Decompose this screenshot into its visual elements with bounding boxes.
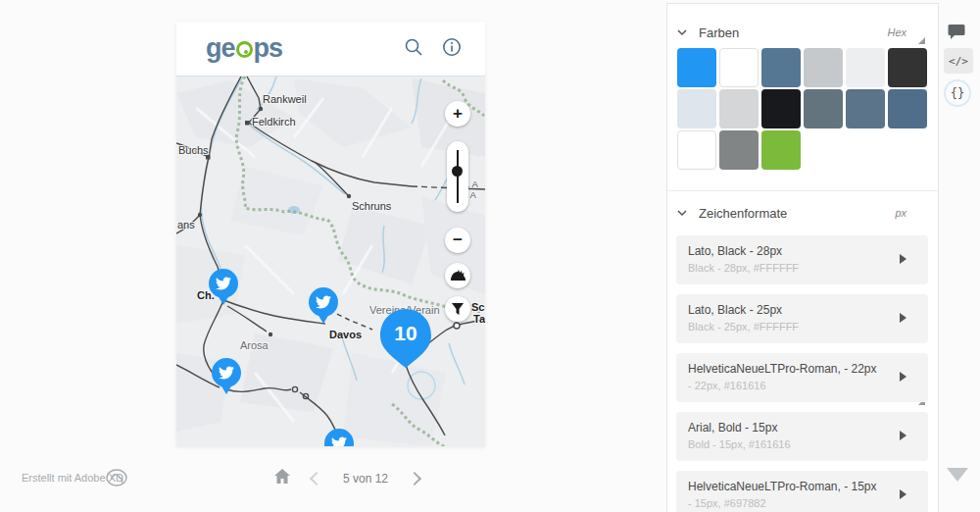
color-swatch[interactable] [719, 48, 759, 87]
style-subtitle: - 15px, #697882 [688, 497, 766, 509]
styles-unit-label[interactable]: px [895, 207, 906, 219]
color-swatch[interactable] [761, 48, 801, 87]
expand-arrow-icon[interactable] [900, 372, 906, 382]
twitter-marker[interactable] [209, 269, 238, 308]
color-swatch[interactable] [888, 89, 927, 128]
creative-cloud-icon [106, 469, 127, 490]
map-label-buchs: Buchs [178, 144, 209, 156]
geops-logo: geps [206, 35, 282, 62]
cluster-count: 10 [378, 322, 433, 345]
zoom-slider[interactable] [447, 141, 468, 212]
map-label-ans: ans [177, 219, 195, 230]
map-label-scuol-line2: Tar [473, 313, 485, 325]
style-title: Arial, Bold - 15px [688, 421, 777, 435]
zoom-out-button[interactable]: − [445, 228, 470, 253]
styles-section-header[interactable]: Zeichenformate px [667, 198, 940, 228]
section-divider [667, 190, 938, 191]
spec-panel: Farben Hex Zeichenformate px Lato, Black… [666, 3, 939, 512]
design-artboard: geps [176, 22, 485, 446]
color-swatch[interactable] [677, 130, 716, 170]
terminus-dot [454, 323, 460, 329]
style-title: Lato, Black - 25px [688, 303, 782, 317]
character-style-card[interactable]: Arial, Bold - 15pxBold - 15px, #161616 [676, 412, 928, 461]
style-subtitle: Black - 28px, #FFFFFF [688, 262, 799, 274]
color-swatch[interactable] [719, 130, 759, 170]
logo-o-icon [236, 41, 253, 58]
chevron-down-icon [677, 208, 687, 218]
colors-section-header[interactable]: Farben Hex [667, 18, 940, 47]
character-style-card[interactable]: HelveticaNeueLTPro-Roman, - 22px- 22px, … [676, 353, 928, 402]
color-swatch[interactable] [804, 48, 843, 87]
styles-section-title: Zeichenformate [699, 206, 787, 221]
chevron-down-icon [677, 27, 687, 37]
artboard-pager: 5 von 12 [274, 469, 419, 487]
map-label-scuol-line1: Scu [471, 301, 485, 313]
color-swatch[interactable] [761, 89, 801, 128]
style-title: Lato, Black - 28px [688, 244, 782, 258]
twitter-marker[interactable] [212, 358, 241, 397]
style-title: HelveticaNeueLTPro-Roman, - 15px [688, 480, 877, 493]
colors-unit-label[interactable]: Hex [887, 26, 906, 38]
expand-arrow-icon[interactable] [900, 431, 906, 440]
map-label-feldkirch: Feldkirch [252, 116, 296, 128]
style-title: HelveticaNeueLTPro-Roman, - 22px [688, 362, 877, 376]
map-label-schruns: Schruns [352, 200, 391, 212]
logo-text-post: ps [254, 35, 283, 62]
map-label-rankweil: Rankweil [263, 93, 307, 105]
unit-dropdown-icon[interactable] [918, 37, 925, 44]
slider-track [457, 150, 459, 203]
hedgehog-icon [450, 270, 466, 282]
slider-knob[interactable] [452, 166, 463, 177]
color-swatch[interactable] [846, 48, 885, 87]
comments-icon[interactable] [948, 24, 965, 44]
expand-arrow-icon[interactable] [900, 313, 906, 323]
side-toolbar: </> {} [939, 0, 980, 512]
color-swatch[interactable] [888, 48, 927, 87]
scroll-down-icon[interactable] [947, 468, 968, 482]
color-swatch[interactable] [719, 89, 759, 128]
twitter-marker[interactable] [309, 287, 338, 327]
twitter-bird-icon [219, 365, 234, 381]
expand-arrow-icon[interactable] [900, 489, 906, 499]
filter-button[interactable] [445, 296, 470, 322]
logo-text-pre: ge [206, 35, 235, 62]
style-subtitle: Bold - 15px, #161616 [688, 438, 791, 450]
next-artboard-button[interactable] [408, 471, 421, 485]
map-canvas: RankweilFeldkirchBuchsansSchrunst. An AC… [176, 77, 485, 446]
filter-funnel-icon [451, 302, 465, 316]
twitter-marker[interactable] [324, 429, 354, 446]
zoom-in-button[interactable]: + [445, 101, 470, 127]
colors-section-title: Farben [699, 26, 739, 40]
map-label-arosa: Arosa [240, 339, 269, 351]
search-icon[interactable] [404, 37, 423, 61]
pagination-label: 5 von 12 [343, 472, 388, 486]
hedgehog-layer-button[interactable] [445, 263, 470, 288]
color-swatch[interactable] [677, 48, 716, 87]
color-swatch[interactable] [846, 89, 885, 128]
braces-view-button[interactable]: {} [944, 79, 971, 107]
character-style-card[interactable]: Lato, Black - 25pxBlack - 25px, #FFFFFF [676, 294, 928, 343]
character-style-card[interactable]: HelveticaNeueLTPro-Roman, - 15px- 15px, … [676, 471, 928, 512]
color-swatch[interactable] [804, 89, 843, 128]
previous-artboard-button[interactable] [310, 471, 323, 485]
character-style-card[interactable]: Lato, Black - 28pxBlack - 28px, #FFFFFF [676, 235, 928, 284]
twitter-bird-icon [316, 294, 331, 310]
app-header: geps [176, 22, 485, 77]
info-icon[interactable] [442, 37, 462, 61]
style-subtitle: - 22px, #161616 [688, 380, 766, 391]
cluster-marker[interactable]: 10 [378, 308, 433, 369]
color-swatch-grid [677, 48, 927, 170]
code-view-button[interactable]: </> [944, 48, 973, 74]
map-label-davos: Davos [329, 329, 362, 340]
style-subtitle: Black - 25px, #FFFFFF [688, 321, 799, 333]
twitter-bird-icon [216, 276, 231, 291]
twitter-bird-icon [331, 435, 347, 446]
color-swatch[interactable] [761, 130, 801, 170]
expand-arrow-icon[interactable] [900, 254, 906, 264]
color-swatch[interactable] [677, 89, 716, 128]
home-icon[interactable] [274, 469, 290, 487]
